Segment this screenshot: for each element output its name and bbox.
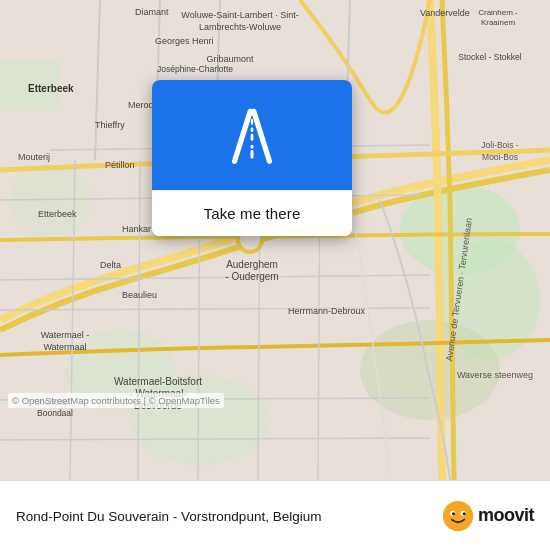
take-me-there-button[interactable]: Take me there [152, 190, 352, 236]
svg-text:Joli-Bois -: Joli-Bois - [481, 140, 518, 150]
svg-text:Woluwe-Saint-Lambert · Sint-: Woluwe-Saint-Lambert · Sint- [181, 10, 298, 20]
svg-text:Joséphine-Charlotte: Joséphine-Charlotte [157, 64, 233, 74]
svg-text:Mouterij: Mouterij [18, 152, 50, 162]
location-name: Rond-Point Du Souverain - Vorstrondpunt,… [16, 509, 321, 524]
svg-line-43 [254, 111, 270, 161]
svg-text:Pétillon: Pétillon [105, 160, 135, 170]
svg-text:Hankar: Hankar [122, 224, 151, 234]
svg-text:Delta: Delta [100, 260, 121, 270]
moovit-logo: moovit [442, 500, 534, 532]
svg-point-47 [443, 500, 473, 530]
svg-text:Diamant: Diamant [135, 7, 169, 17]
svg-text:Boondaal: Boondaal [37, 408, 73, 418]
svg-text:Beaulieu: Beaulieu [122, 290, 157, 300]
road-icon [217, 100, 287, 170]
svg-text:Waverse steenweg: Waverse steenweg [457, 370, 533, 380]
svg-line-42 [235, 111, 251, 161]
svg-text:Etterbeek: Etterbeek [28, 83, 74, 94]
svg-text:Kraainem: Kraainem [481, 18, 516, 27]
svg-text:Gribaumont: Gribaumont [206, 54, 254, 64]
map-background: Diamant Woluwe-Saint-Lambert · Sint- Lam… [0, 0, 550, 480]
svg-text:Watermael -: Watermael - [41, 330, 90, 340]
popup-card: Take me there [152, 80, 352, 236]
svg-text:Stockel - Stokkel: Stockel - Stokkel [458, 52, 521, 62]
svg-text:Thieffry: Thieffry [95, 120, 125, 130]
attribution: © OpenStreetMap contributors | © OpenMap… [8, 393, 224, 408]
svg-point-51 [463, 512, 466, 515]
svg-text:Mooi-Bos: Mooi-Bos [482, 152, 518, 162]
bottom-bar: Rond-Point Du Souverain - Vorstrondpunt,… [0, 480, 550, 550]
svg-text:Crainhem -: Crainhem - [478, 8, 518, 17]
moovit-text: moovit [478, 505, 534, 526]
svg-text:- Oudergem: - Oudergem [225, 271, 278, 282]
moovit-face-icon [442, 500, 474, 532]
svg-text:Auderghem: Auderghem [226, 259, 278, 270]
map-container[interactable]: Diamant Woluwe-Saint-Lambert · Sint- Lam… [0, 0, 550, 480]
location-info: Rond-Point Du Souverain - Vorstrondpunt,… [16, 507, 442, 525]
svg-text:Watermael-Boitsfort: Watermael-Boitsfort [114, 376, 202, 387]
svg-text:Georges Henri: Georges Henri [155, 36, 214, 46]
popup-icon-area [152, 80, 352, 190]
svg-text:Watermaal: Watermaal [43, 342, 86, 352]
svg-point-50 [452, 512, 455, 515]
svg-text:Etterbeek: Etterbeek [38, 209, 77, 219]
svg-text:Herrmann-Debroux: Herrmann-Debroux [288, 306, 366, 316]
svg-text:Vandervelde: Vandervelde [420, 8, 470, 18]
svg-text:Lambrechts-Woluwe: Lambrechts-Woluwe [199, 22, 281, 32]
